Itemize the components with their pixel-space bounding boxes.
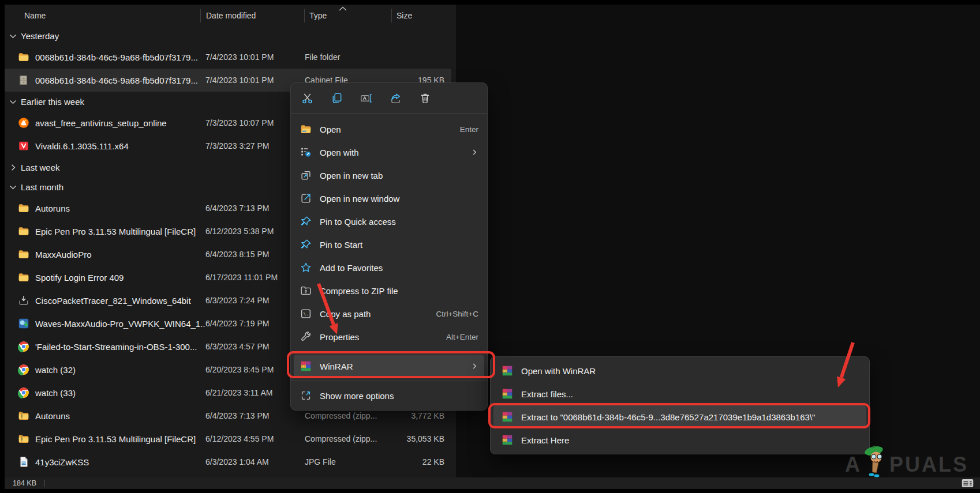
copy-icon — [330, 92, 343, 105]
menu-item-properties[interactable]: PropertiesAlt+Enter — [294, 325, 484, 348]
status-size-label: 184 KB — [13, 479, 36, 487]
column-divider — [304, 9, 305, 22]
open-folder-icon — [300, 123, 312, 136]
file-date-modified: 7/4/2023 10:01 PM — [205, 76, 305, 85]
file-name-cell: 41y3ciZwKSS — [5, 456, 205, 468]
file-type: File folder — [305, 52, 391, 62]
file-size: 3,772 KB — [391, 411, 444, 420]
file-name-cell: watch (32) — [5, 363, 205, 376]
menu-item-label: Show more options — [320, 391, 478, 401]
file-date-modified: 6/4/2023 7:13 PM — [205, 411, 305, 420]
window-edge-top — [0, 0, 980, 5]
menu-item-show-more-options[interactable]: Show more options — [294, 384, 484, 407]
menu-item-label: Open with — [320, 148, 465, 157]
chevron-down-icon — [8, 31, 18, 41]
file-name-label: 41y3ciZwKSS — [35, 457, 89, 467]
file-row[interactable]: 41y3ciZwKSS6/3/2023 1:04 AMJPG File22 KB — [5, 450, 451, 473]
menu-item-open-with[interactable]: Open with — [294, 141, 484, 164]
submenu-item-extract-files[interactable]: Extract files... — [493, 382, 866, 405]
menu-item-label: Open with WinRAR — [521, 366, 859, 376]
menu-item-add-to-favorites[interactable]: Add to Favorites — [294, 256, 484, 279]
jpg-icon — [17, 456, 30, 468]
submenu-item-extract-to-0068b61d-384b-46c5-9-3d8e7652[interactable]: Extract to "0068b61d-384b-46c5-9...3d8e7… — [493, 405, 866, 428]
column-header-date-modified[interactable]: Date modified — [205, 11, 305, 20]
menu-item-open-in-new-window[interactable]: Open in new window — [294, 187, 484, 210]
delete-icon — [418, 92, 432, 105]
file-name-cell: Autoruns — [5, 202, 205, 214]
file-name-label: CiscoPacketTracer_821_Windows_64bit — [35, 296, 191, 306]
avast-icon — [17, 116, 30, 129]
file-name-cell: 0068b61d-384b-46c5-9a68-fb5d07f3179... — [5, 51, 205, 63]
chevron-right-icon — [8, 163, 18, 172]
menu-item-open[interactable]: OpenEnter — [294, 118, 484, 141]
file-name-cell: Spotify Login Error 409 — [5, 271, 205, 284]
winrar-icon — [501, 434, 514, 446]
more-options-icon — [300, 389, 312, 402]
file-size: 22 KB — [391, 457, 444, 466]
folder-icon — [17, 271, 30, 284]
open-with-icon — [300, 146, 312, 159]
chrome-icon — [17, 363, 30, 376]
menu-item-label: Properties — [320, 332, 440, 342]
svg-text:\..: \.. — [303, 311, 311, 317]
delete-button[interactable] — [418, 92, 432, 105]
menu-item-label: Open in new tab — [320, 171, 478, 180]
chrome-icon — [17, 340, 30, 353]
menu-item-label: Extract Here — [521, 435, 859, 445]
menu-separator — [291, 381, 487, 381]
menu-item-label: Extract to "0068b61d-384b-46c5-9...3d8e7… — [521, 412, 859, 422]
group-label: Yesterday — [21, 31, 59, 41]
menu-item-pin-to-start[interactable]: Pin to Start — [294, 233, 484, 256]
new-tab-icon — [300, 169, 312, 182]
share-button[interactable] — [389, 92, 402, 105]
submenu-item-extract-here[interactable]: Extract Here — [493, 428, 866, 451]
vivaldi-icon — [17, 140, 30, 152]
column-header-size[interactable]: Size — [391, 11, 444, 20]
cabinet-icon — [17, 74, 30, 86]
menu-item-label: Copy as path — [320, 309, 430, 319]
new-window-icon — [300, 192, 312, 205]
rename-button[interactable] — [360, 92, 373, 105]
group-row[interactable]: Yesterday — [5, 26, 451, 46]
file-name-cell: Autoruns — [5, 409, 205, 422]
file-name-cell: CiscoPacketTracer_821_Windows_64bit — [5, 294, 205, 307]
appuals-mascot-icon — [862, 444, 889, 480]
copy-button[interactable] — [330, 92, 343, 105]
menu-item-label: Pin to Start — [320, 240, 478, 250]
menu-item-label: Open in new window — [320, 194, 478, 204]
file-name-label: avast_free_antivirus_setup_online — [35, 118, 167, 128]
pin-icon — [300, 238, 312, 251]
menu-item-label: Compress to ZIP file — [320, 286, 478, 296]
file-row[interactable]: 0068b61d-384b-46c5-9a68-fb5d07f3179...7/… — [5, 46, 451, 69]
menu-item-label: Open — [320, 125, 454, 134]
column-header-type[interactable]: Type — [305, 11, 391, 20]
group-label: Earlier this week — [21, 97, 84, 107]
status-divider — [44, 480, 45, 487]
column-header-name[interactable]: Name — [5, 11, 205, 20]
menu-item-compress-to-zip-file[interactable]: Compress to ZIP file — [294, 279, 484, 302]
cut-button[interactable] — [301, 92, 314, 105]
menu-item-copy-as-path[interactable]: \..Copy as pathCtrl+Shift+C — [294, 302, 484, 325]
menu-item-label: Pin to Quick access — [320, 217, 478, 227]
menu-item-winrar[interactable]: WinRAR — [294, 355, 484, 378]
submenu-item-open-with-winrar[interactable]: Open with WinRAR — [493, 359, 866, 382]
file-date-modified: 6/3/2023 1:04 AM — [205, 457, 305, 466]
file-name-label: 0068b61d-384b-46c5-9a68-fb5d07f3179... — [35, 52, 198, 62]
column-header-row: Name Date modified Type Size — [5, 5, 456, 26]
folder-icon — [17, 202, 30, 214]
menu-item-open-in-new-tab[interactable]: Open in new tab — [294, 164, 484, 187]
sort-caret-up-icon — [338, 6, 347, 11]
rename-icon — [360, 92, 373, 105]
folder-icon — [17, 248, 30, 261]
submenu-chevron-icon — [470, 362, 478, 370]
file-type: JPG File — [305, 457, 391, 466]
menu-item-pin-to-quick-access[interactable]: Pin to Quick access — [294, 210, 484, 233]
star-icon — [300, 261, 312, 274]
pin-icon — [300, 215, 312, 228]
folder-icon — [17, 225, 30, 238]
file-row[interactable]: Epic Pen Pro 3.11.53 Multilingual [FileC… — [5, 427, 451, 450]
context-menu-items: OpenEnterOpen withOpen in new tabOpen in… — [291, 114, 487, 407]
file-date-modified: 7/4/2023 10:01 PM — [205, 52, 305, 62]
context-menu-toolbar — [291, 83, 487, 114]
details-view-toggle-button[interactable] — [961, 479, 974, 488]
